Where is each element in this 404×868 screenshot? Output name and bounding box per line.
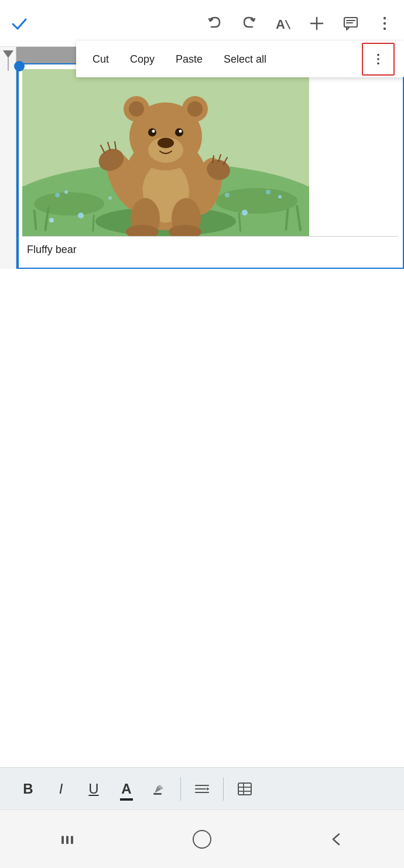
- svg-point-34: [148, 128, 156, 136]
- svg-point-20: [64, 190, 68, 194]
- svg-point-23: [108, 196, 112, 200]
- bold-button[interactable]: B: [12, 768, 44, 810]
- svg-rect-71: [71, 836, 73, 844]
- svg-point-8: [384, 22, 386, 24]
- table-insert-button[interactable]: [228, 768, 261, 810]
- svg-point-59: [242, 210, 248, 216]
- format-divider: [180, 777, 181, 801]
- toolbar-actions: A: [206, 15, 393, 32]
- context-more-button[interactable]: [362, 43, 395, 76]
- svg-point-17: [215, 188, 297, 214]
- nav-back-button[interactable]: [319, 822, 354, 857]
- top-toolbar: A: [0, 0, 404, 47]
- svg-point-9: [384, 27, 386, 29]
- svg-rect-61: [153, 793, 162, 795]
- nav-home-button[interactable]: [184, 822, 220, 857]
- svg-rect-65: [238, 783, 251, 795]
- empty-document-space[interactable]: [0, 327, 404, 767]
- svg-point-60: [49, 218, 54, 223]
- svg-point-35: [175, 128, 183, 136]
- bear-scene-svg: [22, 69, 309, 236]
- svg-point-31: [187, 101, 203, 117]
- margin-triangle: [3, 50, 13, 58]
- margin-indicators: [0, 47, 16, 269]
- svg-point-12: [377, 63, 379, 65]
- format-divider-2: [223, 777, 224, 801]
- context-menu: Cut Copy Paste Select all: [76, 41, 404, 77]
- page-content: Fluffy bear: [16, 63, 404, 269]
- svg-rect-69: [61, 836, 64, 844]
- format-toolbar: B I U A: [0, 767, 404, 809]
- check-button[interactable]: [11, 15, 28, 32]
- format-text-button[interactable]: A: [274, 15, 292, 32]
- font-color-button[interactable]: A: [110, 768, 143, 810]
- highlight-button[interactable]: [143, 768, 176, 810]
- svg-line-1: [286, 20, 290, 29]
- svg-point-33: [158, 138, 174, 148]
- svg-rect-70: [66, 836, 69, 844]
- overflow-menu-button[interactable]: [376, 15, 393, 32]
- svg-point-37: [179, 130, 182, 133]
- comment-button[interactable]: [342, 15, 360, 32]
- add-button[interactable]: [308, 15, 326, 32]
- paste-button[interactable]: Paste: [165, 41, 213, 77]
- redo-button[interactable]: [240, 15, 258, 32]
- svg-point-11: [377, 58, 379, 60]
- svg-point-22: [278, 195, 282, 199]
- select-all-button[interactable]: Select all: [213, 41, 277, 77]
- left-selection-bar: [16, 63, 19, 269]
- svg-point-58: [78, 213, 84, 218]
- font-color-bar: [120, 798, 133, 801]
- align-button[interactable]: [186, 768, 218, 810]
- margin-line: [8, 58, 9, 71]
- svg-point-7: [384, 16, 386, 19]
- bear-image: [22, 69, 309, 236]
- selected-content-box: Fluffy bear: [16, 63, 404, 269]
- italic-button[interactable]: I: [44, 768, 77, 810]
- copy-button[interactable]: Copy: [119, 41, 165, 77]
- svg-point-16: [34, 192, 104, 216]
- svg-point-19: [55, 193, 60, 197]
- svg-text:A: A: [276, 17, 285, 32]
- svg-point-72: [193, 831, 211, 848]
- svg-point-29: [129, 101, 144, 117]
- underline-button[interactable]: U: [77, 768, 110, 810]
- nav-bar: [0, 809, 404, 868]
- svg-point-24: [225, 193, 230, 197]
- cut-button[interactable]: Cut: [82, 41, 119, 77]
- selection-handle[interactable]: [14, 61, 25, 71]
- svg-point-36: [152, 130, 155, 133]
- svg-point-10: [377, 54, 379, 56]
- svg-point-21: [266, 190, 271, 194]
- nav-menu-button[interactable]: [50, 822, 85, 857]
- document-area: Fluffy bear: [0, 47, 404, 269]
- image-caption[interactable]: Fluffy bear: [22, 236, 398, 263]
- undo-button[interactable]: [206, 15, 224, 32]
